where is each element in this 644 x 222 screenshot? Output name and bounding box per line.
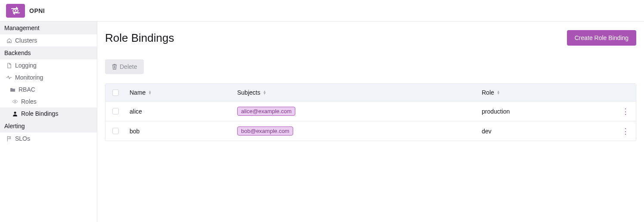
- row-actions: ⋮: [615, 122, 636, 140]
- row-select-cell: [105, 103, 125, 120]
- subject-tag: alice@example.com: [237, 107, 295, 116]
- trash-icon: [112, 64, 117, 70]
- sidebar-item-label: Logging: [15, 62, 37, 69]
- nav-group-header: Management: [0, 22, 97, 34]
- column-header-subjects-label: Subjects: [237, 89, 260, 96]
- row-menu-button[interactable]: ⋮: [622, 127, 629, 135]
- sidebar-item-label: RBAC: [19, 86, 35, 93]
- sort-icon: ▲▼: [148, 90, 152, 95]
- column-header-role-label: Role: [482, 89, 494, 96]
- sidebar-item-label: SLOs: [15, 135, 30, 142]
- row-checkbox[interactable]: [112, 128, 119, 134]
- sidebar-item-slos[interactable]: SLOs: [0, 133, 97, 145]
- create-role-binding-button[interactable]: Create Role Binding: [567, 30, 636, 46]
- page-title: Role Bindings: [105, 31, 174, 45]
- sidebar-item-label: Role Bindings: [21, 110, 58, 117]
- sidebar-item-label: Roles: [21, 98, 37, 105]
- delete-button[interactable]: Delete: [105, 59, 144, 74]
- sidebar-item-roles[interactable]: Roles: [0, 96, 97, 108]
- row-subjects: alice@example.com: [233, 102, 477, 121]
- row-checkbox[interactable]: [112, 108, 119, 114]
- table-row: bobbob@example.comdev⋮: [105, 121, 636, 141]
- pulse-icon: [6, 74, 12, 80]
- select-all-cell: [105, 84, 125, 101]
- sort-icon: ▲▼: [497, 90, 500, 95]
- sidebar-item-label: Clusters: [15, 37, 37, 44]
- folder-icon: [9, 86, 15, 92]
- file-icon: [6, 62, 12, 68]
- subject-tag: bob@example.com: [237, 126, 293, 136]
- row-actions: ⋮: [615, 102, 636, 120]
- column-header-name[interactable]: Name ▲▼: [125, 84, 233, 101]
- svg-point-2: [15, 101, 16, 102]
- eye-icon: [12, 99, 18, 105]
- page-header: Role Bindings Create Role Binding: [105, 30, 636, 46]
- toolbar: Delete: [105, 59, 636, 74]
- sidebar-item-monitoring[interactable]: Monitoring: [0, 71, 97, 83]
- column-header-name-label: Name: [130, 89, 146, 96]
- brand-name: OPNI: [29, 7, 45, 14]
- column-header-role[interactable]: Role ▲▼: [477, 84, 615, 101]
- sort-icon: ▲▼: [263, 90, 266, 95]
- sidebar-item-clusters[interactable]: Clusters: [0, 34, 97, 46]
- nav-group-header: Backends: [0, 46, 97, 59]
- flag-icon: [6, 136, 12, 142]
- table-header-row: Name ▲▼ Subjects ▲▼ Role ▲▼: [105, 84, 636, 102]
- column-header-subjects[interactable]: Subjects ▲▼: [233, 84, 477, 101]
- row-role: production: [477, 103, 615, 120]
- delete-button-label: Delete: [120, 63, 137, 70]
- row-menu-button[interactable]: ⋮: [622, 108, 629, 115]
- brand-logo: [6, 4, 25, 18]
- row-subjects: bob@example.com: [233, 121, 477, 141]
- sidebar-item-logging[interactable]: Logging: [0, 59, 97, 71]
- sidebar: ManagementClustersBackendsLoggingMonitor…: [0, 22, 97, 222]
- row-name: bob: [125, 123, 233, 140]
- table-row: alicealice@example.comproduction⋮: [105, 102, 636, 121]
- role-bindings-table: Name ▲▼ Subjects ▲▼ Role ▲▼ alicealice@e…: [105, 83, 636, 141]
- row-role: dev: [477, 123, 615, 140]
- sidebar-item-label: Monitoring: [15, 74, 43, 81]
- sidebar-item-rbac[interactable]: RBAC: [0, 83, 97, 96]
- select-all-checkbox[interactable]: [112, 89, 119, 96]
- eye-swap-icon: [10, 7, 21, 15]
- svg-point-1: [15, 10, 16, 12]
- home-icon: [6, 37, 12, 43]
- row-select-cell: [105, 123, 125, 139]
- row-name: alice: [125, 103, 233, 120]
- sidebar-item-role-bindings[interactable]: Role Bindings: [0, 108, 97, 120]
- nav-group-header: Alerting: [0, 120, 97, 133]
- column-header-actions: [615, 84, 636, 101]
- svg-point-3: [14, 111, 16, 114]
- topbar: OPNI: [0, 0, 644, 22]
- main-content: Role Bindings Create Role Binding Delete…: [97, 22, 644, 222]
- person-icon: [12, 111, 18, 117]
